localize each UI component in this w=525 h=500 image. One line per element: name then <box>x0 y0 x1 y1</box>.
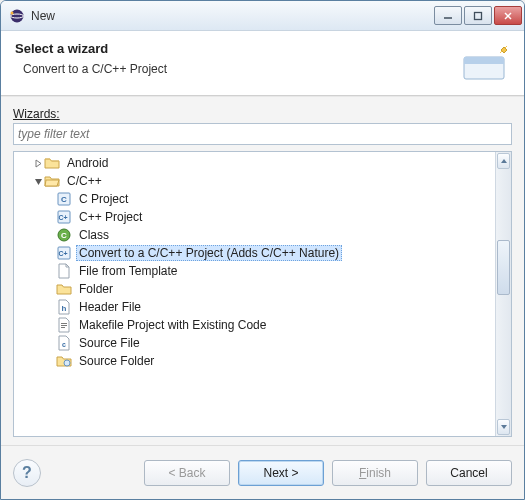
folder-icon <box>56 281 72 297</box>
tree-item[interactable]: Folder <box>14 280 495 298</box>
titlebar[interactable]: New <box>1 1 524 31</box>
tree-item[interactable]: C+Convert to a C/C++ Project (Adds C/C++… <box>14 244 495 262</box>
next-button[interactable]: Next > <box>238 460 324 486</box>
cpp-file-icon: C+ <box>56 209 72 225</box>
tree-label: Header File <box>76 299 144 315</box>
scroll-up-icon[interactable] <box>497 153 510 169</box>
wizard-body: Wizards: Android C/C++ CC Projec <box>1 96 524 445</box>
tree-label: Class <box>76 227 112 243</box>
tree-label: C++ Project <box>76 209 145 225</box>
svg-rect-4 <box>475 12 482 19</box>
tree-node-android[interactable]: Android <box>14 154 495 172</box>
expand-icon[interactable] <box>32 157 44 169</box>
svg-text:c: c <box>62 341 66 348</box>
src-folder-icon <box>56 353 72 369</box>
svg-point-26 <box>64 360 70 366</box>
h-file-icon: h <box>56 299 72 315</box>
wizard-header: Select a wizard Convert to a C/C++ Proje… <box>1 31 524 96</box>
makefile-icon <box>56 317 72 333</box>
tree-label: File from Template <box>76 263 180 279</box>
tree-item[interactable]: cSource File <box>14 334 495 352</box>
filter-input[interactable] <box>13 123 512 145</box>
tree-label: Source File <box>76 335 143 351</box>
tree-item[interactable]: Makefile Project with Existing Code <box>14 316 495 334</box>
tree-label: Source Folder <box>76 353 157 369</box>
svg-text:C: C <box>61 231 67 240</box>
vertical-scrollbar[interactable] <box>495 152 511 436</box>
tree-item[interactable]: Source Folder <box>14 352 495 370</box>
folder-icon <box>44 155 60 171</box>
tree-item[interactable]: CC Project <box>14 190 495 208</box>
tree-label: C/C++ <box>64 173 105 189</box>
wizard-footer: ? < Back Next > Finish Cancel <box>1 445 524 499</box>
close-button[interactable] <box>494 6 522 25</box>
window-controls <box>434 6 522 25</box>
help-button[interactable]: ? <box>13 459 41 487</box>
tree-label: Android <box>64 155 111 171</box>
minimize-button[interactable] <box>434 6 462 25</box>
eclipse-icon <box>9 8 25 24</box>
tree-node-cpp[interactable]: C/C++ <box>14 172 495 190</box>
scroll-thumb[interactable] <box>497 240 510 295</box>
page-subtitle: Convert to a C/C++ Project <box>15 62 452 76</box>
class-icon: C <box>56 227 72 243</box>
svg-rect-24 <box>61 327 65 328</box>
tree-item[interactable]: C+C++ Project <box>14 208 495 226</box>
maximize-button[interactable] <box>464 6 492 25</box>
tree-container: Android C/C++ CC ProjectC+C++ ProjectCCl… <box>13 151 512 437</box>
scroll-track[interactable] <box>497 170 510 418</box>
wizard-tree[interactable]: Android C/C++ CC ProjectC+C++ ProjectCCl… <box>14 152 495 436</box>
wizards-label: Wizards: <box>13 107 512 121</box>
svg-marker-28 <box>501 425 507 429</box>
svg-point-2 <box>11 11 14 14</box>
svg-text:C+: C+ <box>58 214 67 221</box>
src-file-icon: c <box>56 335 72 351</box>
c-file-icon: C <box>56 191 72 207</box>
tree-item[interactable]: CClass <box>14 226 495 244</box>
window-title: New <box>31 9 434 23</box>
back-button[interactable]: < Back <box>144 460 230 486</box>
wizard-banner-icon <box>460 43 510 83</box>
collapse-icon[interactable] <box>32 175 44 187</box>
svg-text:C: C <box>61 195 67 204</box>
file-icon <box>56 263 72 279</box>
finish-button[interactable]: Finish <box>332 460 418 486</box>
svg-rect-8 <box>464 57 504 64</box>
tree-label: Folder <box>76 281 116 297</box>
cancel-button[interactable]: Cancel <box>426 460 512 486</box>
svg-marker-11 <box>36 160 41 167</box>
svg-marker-12 <box>35 179 42 185</box>
cpp-file-icon: C+ <box>56 245 72 261</box>
tree-label: Makefile Project with Existing Code <box>76 317 269 333</box>
svg-marker-9 <box>501 47 507 53</box>
svg-text:C+: C+ <box>58 250 67 257</box>
svg-rect-23 <box>61 325 67 326</box>
scroll-down-icon[interactable] <box>497 419 510 435</box>
tree-item[interactable]: hHeader File <box>14 298 495 316</box>
tree-item[interactable]: File from Template <box>14 262 495 280</box>
svg-marker-27 <box>501 159 507 163</box>
svg-rect-22 <box>61 323 67 324</box>
dialog-window: New Select a wizard Convert to a C/C++ P… <box>0 0 525 500</box>
tree-label: C Project <box>76 191 131 207</box>
tree-label: Convert to a C/C++ Project (Adds C/C++ N… <box>76 245 342 261</box>
svg-text:h: h <box>62 304 67 313</box>
page-title: Select a wizard <box>15 41 452 56</box>
svg-point-0 <box>11 9 24 22</box>
folder-open-icon <box>44 173 60 189</box>
